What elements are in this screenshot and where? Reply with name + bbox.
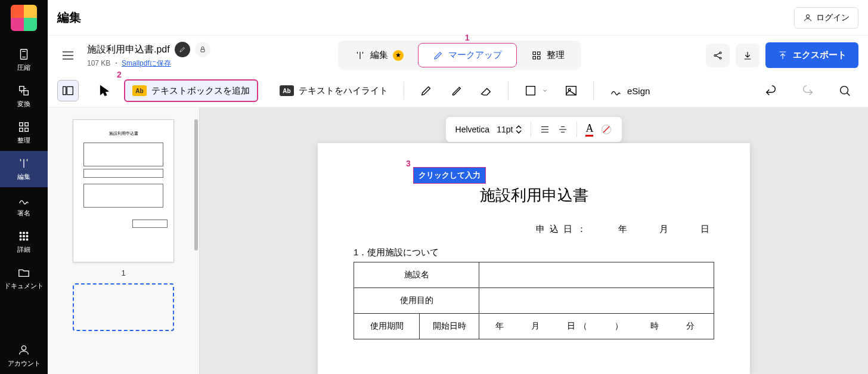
convert-icon bbox=[17, 84, 30, 97]
svg-rect-6 bbox=[25, 128, 29, 132]
shape-tool[interactable] bbox=[517, 79, 555, 102]
no-fill-button[interactable] bbox=[597, 123, 616, 135]
login-button[interactable]: ログイン bbox=[794, 7, 858, 29]
svg-rect-27 bbox=[67, 86, 73, 94]
select-tool[interactable] bbox=[87, 79, 122, 102]
tab-label: 編集 bbox=[370, 50, 388, 61]
font-selector[interactable]: Helvetica bbox=[452, 125, 494, 134]
edit-icon bbox=[17, 157, 30, 170]
svg-point-17 bbox=[806, 14, 809, 17]
table-row: 施設名 bbox=[354, 262, 714, 288]
esign-tool[interactable]: eSign bbox=[602, 79, 657, 102]
page-thumbnail[interactable]: 施設利用申込書 bbox=[73, 119, 174, 262]
compress-icon bbox=[17, 48, 30, 61]
svg-point-14 bbox=[23, 239, 25, 240]
stepper-icon bbox=[515, 125, 522, 134]
tab-organize[interactable]: 整理 bbox=[517, 43, 579, 67]
svg-rect-18 bbox=[201, 50, 204, 52]
scrollbar[interactable] bbox=[194, 119, 198, 251]
svg-point-13 bbox=[20, 239, 21, 240]
grid-icon bbox=[531, 50, 542, 61]
lock-button[interactable] bbox=[195, 42, 210, 57]
pencil-icon bbox=[433, 50, 444, 61]
mode-tabs: 編集 ★ 1 マークアップ 整理 bbox=[338, 41, 581, 70]
textedit-icon bbox=[355, 50, 365, 61]
document-page[interactable]: 3 クリックして入力 施設利用申込書 申込日： 年 月 日 1．使用施設について… bbox=[318, 143, 750, 374]
svg-rect-0 bbox=[21, 50, 27, 60]
pen-icon bbox=[420, 84, 433, 97]
svg-rect-19 bbox=[533, 52, 536, 55]
signature-icon bbox=[609, 84, 622, 97]
export-button[interactable]: エクスポート bbox=[765, 42, 858, 68]
toolbar: 2 Ab テキストボックスを追加 Ab テキストをハイライト bbox=[48, 75, 868, 107]
page-title: 編集 bbox=[57, 10, 81, 26]
sidebar-item-detail[interactable]: 詳細 bbox=[0, 224, 48, 260]
strike-button[interactable] bbox=[554, 124, 572, 135]
image-tool[interactable] bbox=[557, 79, 585, 102]
add-page-placeholder[interactable] bbox=[73, 283, 174, 331]
document-viewport[interactable]: Helvetica 11pt A bbox=[200, 107, 868, 374]
svg-point-23 bbox=[714, 54, 716, 56]
search-icon bbox=[838, 84, 851, 97]
sidebar-item-account[interactable]: アカウント bbox=[0, 338, 48, 374]
star-icon: ★ bbox=[393, 50, 404, 61]
facility-table: 施設名 使用目的 使用期間 開始日時 年 月 日（ ） 時 分 bbox=[354, 262, 714, 339]
sidebar-item-organize[interactable]: 整理 bbox=[0, 115, 48, 151]
sidebar-item-convert[interactable]: 変換 bbox=[0, 78, 48, 115]
view-toggle-button[interactable] bbox=[57, 80, 79, 101]
pencil-icon bbox=[179, 46, 186, 53]
search-button[interactable] bbox=[831, 79, 858, 102]
sidebar-item-compress[interactable]: 圧縮 bbox=[0, 42, 48, 78]
square-icon bbox=[524, 84, 537, 97]
table-row: 使用期間 開始日時 年 月 日（ ） 時 分 bbox=[354, 314, 714, 339]
svg-point-10 bbox=[20, 236, 21, 237]
login-label: ログイン bbox=[816, 13, 850, 23]
save-link[interactable]: Smallpdfに保存 bbox=[122, 59, 171, 67]
align-button[interactable] bbox=[536, 124, 554, 135]
file-row: 施設利用申込書.pdf 107 KB ・ Smallpdfに保存 編集 ★ 1 bbox=[48, 36, 868, 75]
tool-label: テキストをハイライト bbox=[299, 85, 388, 97]
pen-tool[interactable] bbox=[413, 79, 440, 102]
sidebar-item-edit[interactable]: 編集 bbox=[0, 151, 48, 187]
text-format-bar: Helvetica 11pt A bbox=[445, 116, 623, 143]
tab-label: 整理 bbox=[547, 50, 565, 61]
app-logo[interactable] bbox=[11, 5, 37, 31]
svg-point-16 bbox=[21, 346, 26, 350]
cursor-icon bbox=[98, 84, 111, 97]
no-fill-icon bbox=[600, 123, 612, 135]
user-icon bbox=[17, 344, 30, 357]
share-button[interactable] bbox=[706, 44, 730, 67]
tab-markup[interactable]: 1 マークアップ bbox=[418, 43, 517, 67]
section-heading: 1．使用施設について bbox=[354, 247, 714, 258]
text-color-button[interactable]: A bbox=[582, 122, 597, 137]
marker-tool[interactable] bbox=[442, 79, 470, 102]
undo-button[interactable] bbox=[757, 79, 785, 102]
sidebar-item-sign[interactable]: 署名 bbox=[0, 187, 48, 224]
sidebar-label: 署名 bbox=[17, 209, 30, 218]
text-insert-placeholder[interactable]: クリックして入力 bbox=[413, 167, 486, 184]
folder-icon bbox=[17, 266, 30, 279]
font-size-selector[interactable]: 11pt bbox=[493, 125, 526, 134]
annotation-one: 1 bbox=[465, 33, 470, 42]
eraser-tool[interactable] bbox=[472, 79, 500, 102]
sidebar-label: 編集 bbox=[17, 172, 30, 181]
download-button[interactable] bbox=[736, 44, 760, 67]
sidebar-item-document[interactable]: ドキュメント bbox=[0, 260, 48, 296]
tab-edit[interactable]: 編集 ★ bbox=[340, 43, 418, 67]
annotation-three: 3 bbox=[406, 159, 411, 168]
highlight-tool[interactable]: Ab テキストをハイライト bbox=[272, 79, 395, 102]
svg-rect-3 bbox=[20, 123, 23, 126]
svg-point-24 bbox=[720, 52, 721, 54]
file-meta: 107 KB ・ Smallpdfに保存 bbox=[87, 58, 210, 69]
share-icon bbox=[712, 50, 723, 61]
thumbnail-panel: 施設利用申込書 1 bbox=[48, 107, 200, 374]
edit-name-button[interactable] bbox=[175, 42, 190, 57]
sidebar-label: アカウント bbox=[8, 359, 41, 368]
chevron-down-icon bbox=[542, 88, 548, 94]
redo-button[interactable] bbox=[794, 79, 822, 102]
svg-rect-1 bbox=[20, 86, 24, 91]
textbox-icon: Ab bbox=[132, 85, 147, 96]
add-textbox-tool[interactable]: 2 Ab テキストボックスを追加 bbox=[124, 79, 258, 102]
menu-button[interactable] bbox=[57, 45, 79, 66]
file-name: 施設利用申込書.pdf bbox=[87, 44, 170, 56]
